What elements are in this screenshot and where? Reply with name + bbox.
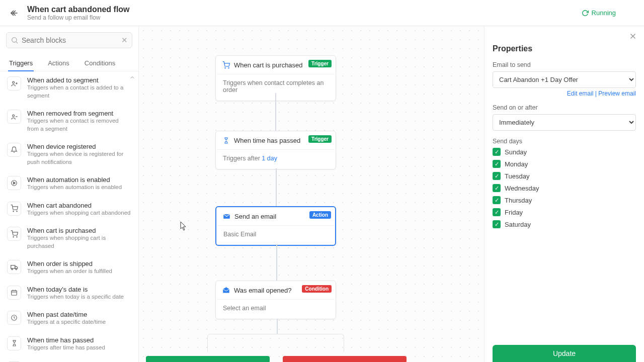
send-day-row[interactable]: ✓Saturday (493, 220, 636, 228)
checkbox-icon[interactable]: ✓ (493, 220, 501, 228)
block-icon (7, 202, 21, 216)
update-button[interactable]: Update (493, 345, 636, 362)
block-item[interactable]: When order is shippedTriggers when an or… (0, 255, 138, 281)
block-item[interactable]: When device registeredTriggers when devi… (0, 138, 138, 171)
checkbox-icon[interactable]: ✓ (493, 196, 501, 204)
svg-rect-15 (11, 265, 15, 268)
block-item[interactable]: When removed from segmentTriggers when a… (0, 105, 138, 138)
block-title: When added to segment (27, 76, 131, 84)
block-item[interactable]: When added to segmentTriggers when a con… (0, 71, 138, 105)
block-icon (7, 286, 21, 300)
svg-point-24 (225, 67, 225, 68)
block-title: When removed from segment (27, 110, 131, 117)
block-item[interactable]: When time has passedTriggers after time … (0, 331, 138, 357)
mail-open-icon (222, 286, 230, 294)
node-body: Select an email (217, 299, 335, 318)
node-body: Basic Email (217, 225, 334, 244)
tab-conditions[interactable]: Conditions (84, 55, 116, 71)
day-label: Tuesday (505, 172, 529, 180)
node-title[interactable]: Send an email (234, 213, 276, 220)
chevron-up-icon[interactable] (129, 74, 135, 82)
block-item[interactable]: When today's date isTriggers when today … (0, 281, 138, 306)
node-tag: Trigger (308, 60, 332, 67)
tab-triggers[interactable]: Triggers (8, 55, 34, 71)
clear-search-button[interactable]: ✕ (121, 36, 128, 45)
block-desc: Triggers when a contact is removed from … (27, 117, 131, 133)
block-item[interactable]: When cart abandonedTriggers when shoppin… (0, 197, 138, 222)
search-input-wrap[interactable]: ✕ (6, 32, 132, 48)
node-title[interactable]: When time has passed (234, 137, 300, 144)
checkbox-icon[interactable]: ✓ (493, 184, 501, 192)
svg-point-12 (16, 211, 17, 212)
svg-point-17 (16, 268, 17, 270)
cart-icon (222, 61, 230, 69)
send-day-row[interactable]: ✓Tuesday (493, 172, 636, 180)
svg-rect-18 (12, 291, 17, 295)
mail-icon (222, 212, 230, 220)
block-desc: Triggers when today is a specific date (27, 293, 131, 301)
page-subtitle: Send a follow up email flow (27, 14, 582, 21)
block-icon (7, 260, 21, 274)
checkbox-icon[interactable]: ✓ (493, 172, 501, 180)
search-input[interactable] (22, 36, 121, 44)
send-day-row[interactable]: ✓Thursday (493, 196, 636, 204)
block-title: When automation is enabled (27, 176, 131, 184)
block-item[interactable]: When cart is purchasedTriggers when shop… (0, 222, 138, 255)
block-desc: Triggers when a contact is added to a se… (27, 84, 131, 100)
send-days-label: Send days (493, 138, 636, 145)
hourglass-icon (222, 136, 230, 144)
search-icon (11, 36, 19, 44)
svg-point-16 (11, 268, 13, 270)
block-desc: Triggers when device is registered for p… (27, 150, 131, 166)
send-day-row[interactable]: ✓Wednesday (493, 184, 636, 192)
block-title: When cart abandoned (27, 202, 131, 209)
checkbox-icon[interactable]: ✓ (493, 208, 501, 216)
block-desc: Triggers after time has passed (27, 344, 131, 352)
checkbox-icon[interactable]: ✓ (493, 160, 501, 168)
node-title[interactable]: When cart is purchased (234, 61, 303, 69)
block-desc: Triggers when automation is enabled (27, 184, 131, 192)
close-panel-button[interactable] (626, 29, 640, 43)
preview-email-link[interactable]: Preview email (598, 90, 636, 97)
day-label: Friday (505, 209, 523, 216)
send-day-row[interactable]: ✓Sunday (493, 148, 636, 156)
block-title: When order is shipped (27, 260, 131, 267)
send-day-row[interactable]: ✓Friday (493, 208, 636, 216)
block-desc: Triggers when shopping cart abandoned (27, 209, 131, 217)
block-icon (7, 143, 21, 157)
properties-heading: Properties (493, 44, 636, 53)
day-label: Thursday (505, 197, 532, 204)
node-tag: Trigger (308, 135, 332, 143)
svg-point-2 (12, 38, 17, 42)
svg-point-4 (12, 81, 14, 83)
block-item[interactable]: When past date/timeTriggers at a specifi… (0, 306, 138, 331)
block-title: When cart is purchased (27, 227, 131, 234)
block-item[interactable]: When automation is enabledTriggers when … (0, 171, 138, 197)
page-title: When cart abandoned flow (27, 5, 582, 14)
svg-point-7 (12, 115, 14, 117)
svg-line-3 (16, 42, 18, 43)
svg-point-25 (228, 67, 228, 68)
tab-actions[interactable]: Actions (47, 55, 70, 71)
cursor-icon (180, 221, 187, 231)
send-day-row[interactable]: ✓Monday (493, 160, 636, 168)
block-item[interactable]: When point total is (0, 356, 138, 362)
email-to-send-select[interactable]: Cart Abandon +1 Day Offer (493, 71, 636, 88)
block-title: When past date/time (27, 311, 131, 318)
node-body: Triggers after 1 day (217, 149, 335, 168)
checkbox-icon[interactable]: ✓ (493, 148, 501, 156)
status-badge: Running (582, 9, 616, 17)
block-title: When today's date is (27, 286, 131, 293)
block-desc: Triggers when shopping cart is purchased (27, 234, 131, 250)
edit-email-link[interactable]: Edit email (567, 90, 594, 97)
node-title[interactable]: Was email opened? (234, 287, 291, 294)
block-title: When device registered (27, 143, 131, 150)
send-on-select[interactable]: Immediately (493, 114, 636, 131)
day-label: Sunday (505, 148, 527, 156)
svg-point-14 (16, 236, 17, 237)
svg-point-13 (13, 236, 14, 237)
block-icon (7, 110, 21, 124)
back-button[interactable] (8, 7, 20, 19)
send-on-label: Send on or after (493, 104, 636, 111)
day-label: Saturday (505, 221, 531, 228)
